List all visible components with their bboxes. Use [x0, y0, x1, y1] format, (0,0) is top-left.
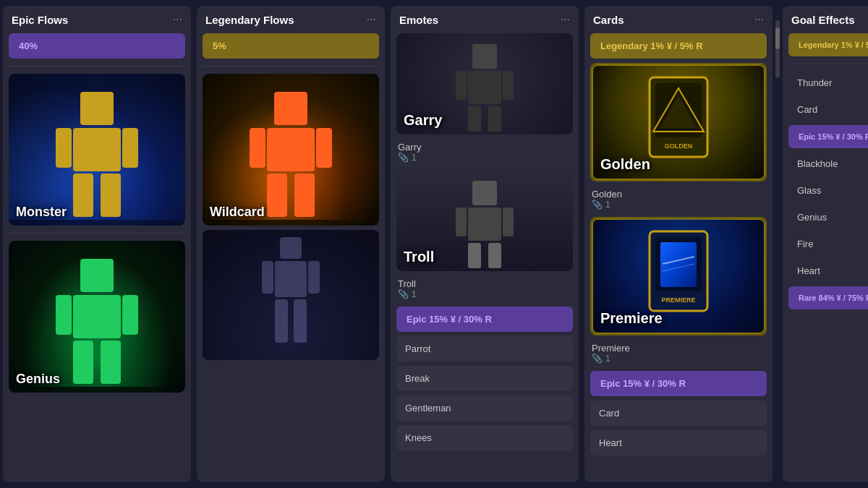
heart-goal-item[interactable]: Heart: [788, 260, 868, 282]
golden-label: Golden: [600, 156, 650, 173]
svg-rect-18: [280, 237, 302, 259]
garry-name: Garry: [398, 142, 571, 153]
legendary-flows-menu[interactable]: ···: [367, 13, 376, 26]
knees-item[interactable]: Knees: [396, 425, 573, 450]
emotes-column: Emotes ··· Garry Garry 📎 1: [391, 6, 579, 482]
emotes-content: Garry Garry 📎 1 Troll: [391, 33, 579, 482]
svg-rect-27: [503, 71, 514, 100]
svg-rect-19: [275, 261, 307, 297]
svg-rect-5: [101, 174, 121, 217]
svg-rect-17: [294, 174, 315, 217]
svg-rect-34: [468, 243, 481, 268]
genius-card[interactable]: Genius: [9, 241, 185, 393]
premiere-price: 📎 1: [592, 354, 765, 364]
garry-price: 📎 1: [398, 153, 571, 163]
cards-title: Cards: [593, 14, 624, 26]
heart-item[interactable]: Heart: [590, 430, 767, 455]
golden-card[interactable]: GOLDEN Golden: [590, 63, 767, 181]
cards-epic-rate: Epic 15% ¥ / 30% R: [590, 371, 767, 396]
genius-label: Genius: [16, 372, 60, 387]
svg-rect-9: [122, 295, 138, 335]
card-goal-item[interactable]: Card: [788, 98, 868, 121]
svg-rect-0: [80, 92, 114, 125]
svg-rect-11: [101, 341, 121, 384]
emotes-epic-rate: Epic 15% ¥ / 30% R: [396, 307, 573, 332]
goal-effects-column: Goal Effects ··· Legendary 1% ¥ / 5% Thu…: [783, 6, 868, 482]
svg-rect-3: [122, 128, 138, 168]
legendary-flows-rate: 5%: [203, 33, 379, 59]
epic-flows-header: Epic Flows ···: [3, 6, 191, 33]
svg-rect-29: [488, 106, 501, 132]
thunder-goal-item[interactable]: Thunder: [788, 72, 868, 94]
legendary-flows-header: Legendary Flows ···: [197, 6, 385, 33]
genius-goal-item[interactable]: Genius: [788, 206, 868, 228]
wildcard-label: Wildcard: [210, 205, 265, 220]
garry-figure: [448, 40, 521, 134]
epic-flows-rate: 40%: [9, 33, 185, 59]
cards-column: Cards ··· Legendary 1% ¥ / 5% R GOLDEN G…: [584, 6, 773, 482]
garry-emote-card[interactable]: Garry: [396, 33, 573, 134]
svg-rect-26: [456, 71, 467, 100]
svg-rect-25: [468, 71, 501, 104]
epic-flows-content: 40%: [3, 33, 191, 482]
glass-goal-item[interactable]: Glass: [788, 179, 868, 202]
gentleman-item[interactable]: Gentleman: [396, 395, 573, 421]
garry-label: Garry: [404, 112, 442, 129]
troll-emote-card[interactable]: Troll: [396, 170, 573, 271]
shadow-character: [203, 230, 379, 360]
troll-label: Troll: [404, 249, 434, 265]
svg-rect-4: [73, 174, 93, 217]
cards-legendary-rate: Legendary 1% ¥ / 5% R: [590, 33, 767, 59]
svg-rect-2: [56, 128, 72, 168]
fire-goal-item[interactable]: Fire: [788, 233, 868, 255]
svg-rect-1: [73, 128, 121, 171]
legendary-flows-title: Legendary Flows: [205, 14, 294, 26]
svg-text:GOLDEN: GOLDEN: [665, 142, 693, 150]
premiere-card[interactable]: PREMIERE Premiere: [590, 217, 767, 335]
emotes-title: Emotes: [399, 14, 438, 26]
svg-rect-16: [267, 174, 287, 217]
goal-effects-header: Goal Effects ···: [783, 6, 868, 33]
premiere-info: Premiere 📎 1: [590, 340, 767, 367]
troll-name: Troll: [398, 278, 571, 289]
divider-1: [9, 66, 185, 67]
cards-content: Legendary 1% ¥ / 5% R GOLDEN Golden Gold…: [584, 33, 773, 482]
svg-rect-22: [275, 299, 288, 343]
premiere-name: Premiere: [592, 343, 765, 354]
epic-flows-column: Epic Flows ··· 40%: [3, 6, 191, 482]
garry-info: Garry 📎 1: [396, 139, 573, 166]
emotes-header: Emotes ···: [391, 6, 579, 33]
golden-name: Golden: [592, 189, 765, 200]
premiere-label: Premiere: [600, 310, 663, 327]
golden-info: Golden 📎 1: [590, 186, 767, 213]
svg-rect-32: [456, 207, 467, 236]
parrot-item[interactable]: Parrot: [396, 336, 573, 361]
goal-effects-legendary-rate: Legendary 1% ¥ / 5%: [788, 33, 868, 56]
blackhole-goal-item[interactable]: Blackhole: [788, 153, 868, 175]
troll-figure: [448, 177, 521, 271]
svg-rect-20: [262, 261, 273, 294]
svg-rect-23: [294, 299, 307, 343]
epic-flows-menu[interactable]: ···: [173, 13, 182, 26]
card-item[interactable]: Card: [590, 401, 767, 426]
troll-info: Troll 📎 1: [396, 275, 573, 302]
svg-rect-28: [468, 106, 481, 132]
monster-card[interactable]: Monster: [9, 74, 185, 226]
break-item[interactable]: Break: [396, 366, 573, 391]
wildcard-card[interactable]: Wildcard: [203, 74, 379, 226]
troll-price: 📎 1: [398, 289, 571, 299]
legendary-flows-column: Legendary Flows ··· 5% Wildcard: [197, 6, 385, 482]
cards-menu[interactable]: ···: [754, 13, 764, 26]
svg-rect-10: [73, 341, 93, 384]
svg-rect-33: [503, 207, 514, 236]
svg-rect-6: [80, 259, 114, 292]
emotes-menu[interactable]: ···: [561, 13, 570, 26]
monster-label: Monster: [16, 205, 67, 220]
svg-rect-8: [56, 295, 72, 335]
goal-divider-1: [788, 64, 868, 64]
scroll-indicator: [775, 6, 780, 482]
epic-flows-title: Epic Flows: [12, 14, 68, 26]
cards-header: Cards ···: [584, 6, 773, 33]
svg-rect-21: [308, 261, 320, 294]
svg-rect-7: [73, 295, 121, 338]
